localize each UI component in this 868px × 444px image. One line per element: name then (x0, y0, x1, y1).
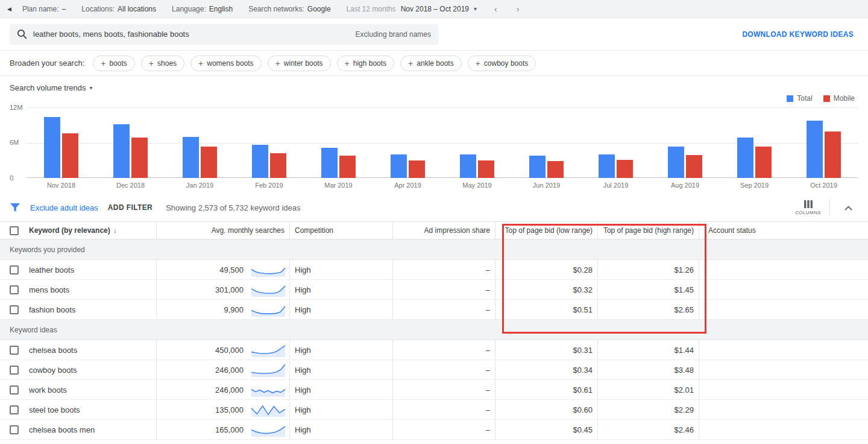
competition-cell: High (290, 360, 393, 379)
sparkline (251, 362, 286, 378)
bar-total (391, 154, 407, 178)
y-tick-label: 12M (10, 104, 22, 111)
account-status-cell (699, 420, 868, 439)
broaden-chip[interactable]: +shoes (141, 56, 184, 71)
broaden-chips: +boots+shoes+womens boots+winter boots+h… (93, 56, 536, 71)
table-row: leather boots49,500High–$0.28$1.26 (0, 260, 868, 280)
row-checkbox[interactable] (0, 260, 29, 279)
keyword-cell: chelsea boots men (29, 420, 157, 439)
ad-impression-share-cell: – (393, 360, 495, 379)
competition-cell: High (290, 340, 393, 360)
x-tick-label: Nov 2018 (27, 182, 96, 189)
date-range-selector[interactable]: Last 12 months Nov 2018 – Oct 2019 ▾ (347, 5, 477, 13)
bar-mobile (131, 138, 148, 178)
broaden-chip[interactable]: +boots (93, 56, 135, 71)
bar-mobile (617, 160, 633, 178)
exclude-adult-ideas-link[interactable]: Exclude adult ideas (30, 203, 98, 212)
back-icon[interactable]: ◀ (7, 6, 11, 12)
topbar-setting[interactable]: Locations:All locations (81, 5, 156, 13)
header-top-of-page-bid-high[interactable]: Top of page bid (high range) (598, 222, 699, 239)
keyword-cell: mens boots (29, 280, 157, 299)
bid-low-cell: $0.28 (495, 260, 598, 279)
row-checkbox[interactable] (0, 300, 29, 319)
select-all-checkbox[interactable] (0, 222, 29, 239)
bar-mobile (825, 132, 841, 178)
trends-dropdown[interactable]: Search volume trends ▾ (10, 83, 92, 92)
competition-cell: High (290, 260, 393, 279)
bid-low-cell: $0.31 (495, 340, 598, 360)
header-avg-monthly-searches[interactable]: Avg. monthly searches (157, 222, 290, 239)
chip-label: high boots (353, 59, 386, 68)
x-tick-label: Dec 2018 (96, 182, 165, 189)
chevron-down-icon[interactable]: ▾ (474, 5, 477, 12)
keyword-cell: leather boots (29, 260, 157, 279)
header-account-status[interactable]: Account status (699, 222, 868, 239)
broaden-chip[interactable]: +high boots (337, 56, 395, 71)
search-input[interactable]: leather boots, mens boots, fashionable b… (10, 24, 438, 45)
volume-chart: 12M 6M 0 Nov 2018Dec 2018Jan 2019Feb 201… (10, 107, 858, 189)
header-ad-impression-share[interactable]: Ad impression share (393, 222, 495, 239)
header-top-of-page-bid-low[interactable]: Top of page bid (low range) (495, 222, 598, 239)
download-keyword-ideas-link[interactable]: DOWNLOAD KEYWORD IDEAS (742, 30, 854, 39)
bid-high-cell: $1.26 (598, 260, 699, 279)
row-checkbox[interactable] (0, 340, 29, 360)
bar-total (807, 121, 823, 178)
columns-label: COLUMNS (795, 210, 821, 215)
topbar-setting[interactable]: Search networks:Google (248, 5, 330, 13)
chip-label: ankle boots (417, 59, 453, 68)
showing-count-label: Showing 2,573 of 5,732 keyword ideas (166, 203, 300, 212)
bid-high-cell: $2.01 (598, 380, 699, 399)
ad-impression-share-cell: – (393, 400, 495, 419)
row-checkbox[interactable] (0, 400, 29, 419)
add-filter-button[interactable]: ADD FILTER (108, 203, 153, 212)
bid-high-cell: $3.48 (598, 360, 699, 379)
bar-group (304, 107, 373, 178)
legend-swatch (787, 95, 793, 102)
bar-total (460, 154, 476, 178)
bid-high-cell: $1.44 (598, 340, 699, 360)
columns-button[interactable]: COLUMNS (795, 200, 821, 215)
sparkline (251, 402, 286, 417)
keyword-cell: work boots (29, 380, 157, 399)
table-row: steel toe boots135,000High–$0.60$2.29 (0, 400, 868, 420)
prev-period-icon[interactable]: ‹ (492, 4, 499, 14)
bar-group (96, 107, 165, 178)
bid-high-cell: $2.65 (598, 300, 699, 319)
collapse-section-button[interactable] (838, 200, 858, 215)
filter-icon[interactable] (10, 203, 20, 212)
ad-impression-share-cell: – (393, 420, 495, 439)
bar-total (44, 117, 60, 178)
bid-low-cell: $0.61 (495, 380, 598, 399)
bar-total (599, 154, 615, 178)
bar-group (234, 107, 304, 178)
y-tick-label: 6M (10, 139, 19, 146)
topbar-setting[interactable]: Plan name:– (22, 5, 66, 13)
keyword-cell: cowboy boots (29, 360, 157, 379)
filter-bar: Exclude adult ideas ADD FILTER Showing 2… (0, 194, 868, 221)
bar-group (581, 107, 650, 178)
plus-icon: + (275, 59, 280, 68)
header-keyword[interactable]: Keyword (by relevance) ↓ (29, 222, 157, 239)
bid-low-cell: $0.34 (495, 360, 598, 379)
broaden-chip[interactable]: +womens boots (190, 56, 262, 71)
row-checkbox[interactable] (0, 420, 29, 439)
searches-cell: 49,500 (157, 260, 290, 279)
setting-value: Google (307, 5, 331, 13)
row-checkbox[interactable] (0, 360, 29, 379)
header-competition[interactable]: Competition (290, 222, 393, 239)
x-tick-label: Mar 2019 (304, 182, 373, 189)
account-status-cell (699, 380, 868, 399)
plus-icon: + (149, 59, 154, 68)
broaden-chip[interactable]: +cowboy boots (468, 56, 536, 71)
next-period-icon[interactable]: › (515, 4, 521, 14)
competition-cell: High (290, 300, 393, 319)
row-checkbox[interactable] (0, 380, 29, 399)
account-status-cell (699, 400, 868, 419)
searches-cell: 246,000 (157, 360, 290, 379)
broaden-chip[interactable]: +winter boots (268, 56, 331, 71)
searches-cell: 246,000 (157, 380, 290, 399)
broaden-chip[interactable]: +ankle boots (400, 56, 462, 71)
setting-value: – (62, 5, 66, 13)
row-checkbox[interactable] (0, 280, 29, 299)
topbar-setting[interactable]: Language:English (172, 5, 233, 13)
